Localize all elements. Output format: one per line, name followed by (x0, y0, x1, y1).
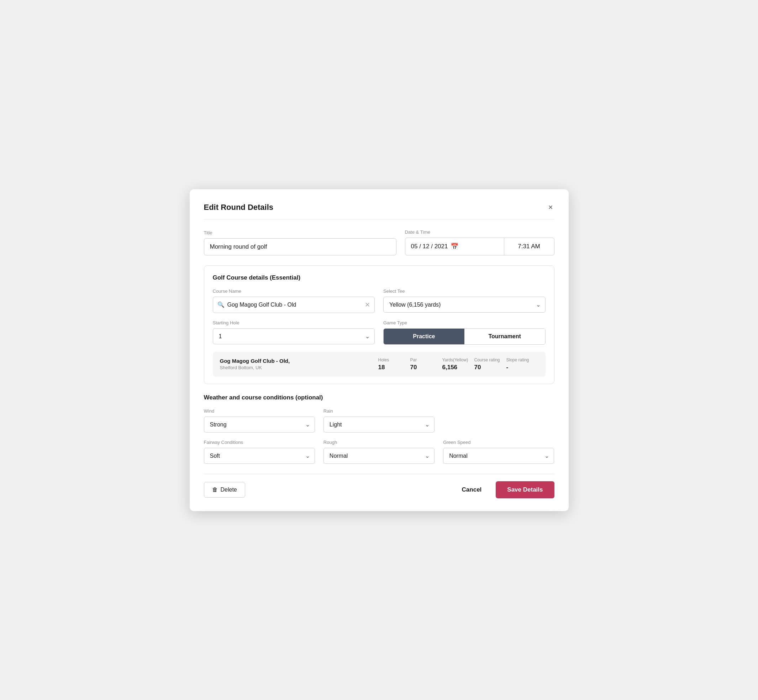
title-input[interactable] (204, 238, 396, 255)
practice-button[interactable]: Practice (384, 329, 464, 344)
edit-round-modal: Edit Round Details × Title Date & Time 0… (190, 189, 568, 511)
select-tee-input[interactable]: Yellow (6,156 yards) White Red Blue (383, 297, 545, 312)
rough-group: Rough Soft Normal Hard ⌄ (324, 440, 434, 464)
tournament-button[interactable]: Tournament (464, 329, 545, 344)
rain-select-wrap: None Light Moderate Heavy ⌄ (324, 417, 434, 433)
starting-hole-wrap: 1234 5678 910 ⌄ (213, 328, 375, 344)
rough-select-wrap: Soft Normal Hard ⌄ (324, 448, 434, 464)
clear-course-button[interactable]: ✕ (365, 302, 370, 308)
course-name-block: Gog Magog Golf Club - Old, Shelford Bott… (220, 358, 378, 370)
fairway-select[interactable]: Soft Normal Hard (204, 448, 315, 464)
search-icon: 🔍 (218, 301, 224, 308)
green-speed-label: Green Speed (443, 440, 554, 445)
game-type-label: Game Type (383, 320, 545, 325)
course-rating-stat: Course rating 70 (475, 358, 506, 371)
starting-hole-select[interactable]: 1234 5678 910 (213, 328, 375, 344)
footer-row: 🗑 Delete Cancel Save Details (204, 474, 554, 498)
fairway-select-wrap: Soft Normal Hard ⌄ (204, 448, 315, 464)
datetime-row: 05 / 12 / 2021 📅 7:31 AM (405, 238, 554, 255)
course-rating-label: Course rating (475, 358, 500, 362)
rough-label: Rough (324, 440, 434, 445)
green-speed-group: Green Speed Slow Normal Fast ⌄ (443, 440, 554, 464)
wind-label: Wind (204, 408, 315, 414)
slope-rating-value: - (506, 364, 509, 371)
starting-hole-label: Starting Hole (213, 320, 375, 325)
course-info-row: Gog Magog Golf Club - Old, Shelford Bott… (213, 352, 545, 377)
rain-select[interactable]: None Light Moderate Heavy (324, 417, 434, 433)
holes-label: Holes (378, 358, 389, 362)
close-button[interactable]: × (547, 202, 554, 213)
wind-rain-row: Wind None Light Moderate Strong ⌄ Rain N… (204, 408, 554, 433)
holes-stat: Holes 18 (378, 358, 410, 371)
weather-title: Weather and course conditions (optional) (204, 394, 554, 401)
cancel-button[interactable]: Cancel (456, 482, 487, 498)
modal-header: Edit Round Details × (204, 202, 554, 219)
datetime-field-group: Date & Time 05 / 12 / 2021 📅 7:31 AM (405, 230, 554, 255)
delete-button[interactable]: 🗑 Delete (204, 482, 245, 498)
rough-select[interactable]: Soft Normal Hard (324, 448, 434, 464)
title-field-group: Title (204, 230, 396, 255)
conditions-row: Fairway Conditions Soft Normal Hard ⌄ Ro… (204, 440, 554, 464)
weather-section: Weather and course conditions (optional)… (204, 394, 554, 464)
time-part[interactable]: 7:31 AM (504, 238, 554, 255)
footer-right: Cancel Save Details (456, 481, 554, 498)
date-part[interactable]: 05 / 12 / 2021 📅 (405, 238, 504, 255)
wind-select[interactable]: None Light Moderate Strong (204, 417, 315, 433)
hole-gametype-row: Starting Hole 1234 5678 910 ⌄ Game Type … (213, 320, 545, 345)
title-label: Title (204, 230, 396, 236)
course-info-location: Shelford Bottom, UK (220, 365, 378, 370)
golf-course-section: Golf Course details (Essential) Course N… (204, 266, 554, 384)
select-tee-group: Select Tee Yellow (6,156 yards) White Re… (383, 289, 545, 313)
slope-rating-stat: Slope rating - (506, 358, 539, 371)
course-tee-row: Course Name 🔍 ✕ Select Tee Yellow (6,156… (213, 289, 545, 313)
select-tee-wrap: Yellow (6,156 yards) White Red Blue ⌄ (383, 297, 545, 312)
course-rating-value: 70 (475, 364, 481, 371)
delete-label: Delete (221, 487, 237, 493)
course-name-group: Course Name 🔍 ✕ (213, 289, 375, 313)
select-tee-label: Select Tee (383, 289, 545, 294)
rain-label: Rain (324, 408, 434, 414)
fairway-group: Fairway Conditions Soft Normal Hard ⌄ (204, 440, 315, 464)
calendar-icon: 📅 (451, 242, 458, 250)
game-type-toggle: Practice Tournament (383, 328, 545, 345)
game-type-group: Game Type Practice Tournament (383, 320, 545, 345)
yards-value: 6,156 (442, 364, 458, 371)
modal-title: Edit Round Details (204, 203, 274, 212)
green-speed-select[interactable]: Slow Normal Fast (443, 448, 554, 464)
golf-section-title: Golf Course details (Essential) (213, 274, 545, 281)
time-value: 7:31 AM (518, 243, 540, 250)
wind-group: Wind None Light Moderate Strong ⌄ (204, 408, 315, 433)
trash-icon: 🗑 (212, 487, 218, 493)
yards-label: Yards(Yellow) (442, 358, 468, 362)
save-button[interactable]: Save Details (496, 481, 554, 498)
fairway-label: Fairway Conditions (204, 440, 315, 445)
wind-select-wrap: None Light Moderate Strong ⌄ (204, 417, 315, 433)
rain-group: Rain None Light Moderate Heavy ⌄ (324, 408, 434, 433)
holes-value: 18 (378, 364, 385, 371)
course-info-name: Gog Magog Golf Club - Old, (220, 358, 378, 364)
par-value: 70 (410, 364, 417, 371)
slope-rating-label: Slope rating (506, 358, 529, 362)
green-speed-select-wrap: Slow Normal Fast ⌄ (443, 448, 554, 464)
course-name-label: Course Name (213, 289, 375, 294)
par-label: Par (410, 358, 417, 362)
datetime-label: Date & Time (405, 230, 554, 235)
top-row: Title Date & Time 05 / 12 / 2021 📅 7:31 … (204, 230, 554, 255)
date-value: 05 / 12 / 2021 (411, 243, 448, 250)
course-name-input[interactable] (227, 297, 362, 312)
course-name-input-wrap: 🔍 ✕ (213, 297, 375, 313)
starting-hole-group: Starting Hole 1234 5678 910 ⌄ (213, 320, 375, 345)
par-stat: Par 70 (410, 358, 442, 371)
yards-stat: Yards(Yellow) 6,156 (442, 358, 475, 371)
